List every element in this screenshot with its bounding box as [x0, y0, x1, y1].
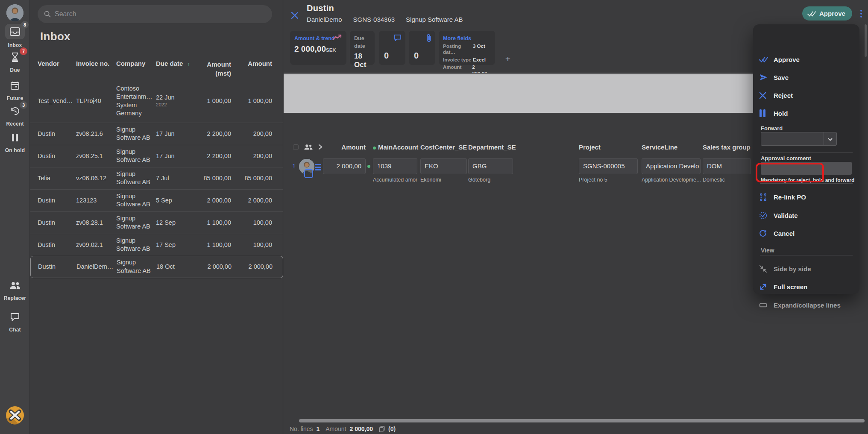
assignees-icon[interactable]: [304, 144, 313, 150]
row-amount: 200,00: [234, 130, 272, 138]
menu-item-label: Hold: [774, 110, 788, 117]
menu-item-full-screen[interactable]: Full screen: [759, 279, 853, 294]
invoice-row[interactable]: Teliavz06.06.12Signup Software AB7 Jul85…: [30, 167, 283, 189]
column-header-amount[interactable]: Amount: [234, 60, 272, 67]
invoice-subtitle: DanielDemoSGNS-034363Signup Software AB: [307, 16, 474, 23]
due-date-card[interactable]: Due date 18 Oct: [350, 31, 375, 65]
sidebar-item-due[interactable]: 7Due: [0, 50, 30, 73]
line-items-controls: [293, 144, 323, 150]
column-header-invoice-no[interactable]: Invoice no.: [76, 60, 115, 67]
invoice-row[interactable]: Dustinzv08.25.1Signup Software AB17 Jun2…: [30, 145, 283, 167]
copy-icon[interactable]: [379, 426, 385, 432]
row-vendor: Dustin: [38, 130, 75, 138]
approve-button[interactable]: Approve: [802, 6, 852, 21]
row-amount: 100,00: [234, 241, 272, 249]
select-all-checkbox[interactable]: [293, 144, 299, 150]
relink-icon: [759, 193, 768, 201]
sidebar-item-onhold[interactable]: On hold: [0, 131, 30, 153]
line-column-header[interactable]: MainAccount: [373, 144, 417, 151]
sidebar-item-label: Replacer: [0, 295, 30, 301]
invoice-vendor-title: Dustin: [307, 3, 334, 13]
sidebar-item-inbox[interactable]: 8Inbox: [0, 24, 30, 48]
line-field-sub: Göteborg: [468, 177, 513, 183]
invoice-row[interactable]: Test_Vend…TLProj40Contoso Entertainm… Sy…: [30, 79, 283, 123]
search-bar[interactable]: [38, 5, 272, 23]
sidebar-item-replacer[interactable]: Replacer: [0, 279, 30, 301]
menu-item-side-by-side[interactable]: Side by side: [759, 261, 853, 276]
row-vendor: Dustin: [38, 263, 76, 271]
menu-item-hold[interactable]: Hold: [759, 106, 853, 120]
sidebar-item-future[interactable]: Future: [0, 79, 30, 101]
app-logo-icon[interactable]: [6, 406, 24, 425]
menu-item-cancel[interactable]: Cancel: [759, 226, 853, 240]
line-field-amount[interactable]: 2 000,00: [323, 158, 366, 174]
line-checkbox[interactable]: [304, 169, 313, 178]
invoice-row[interactable]: DustinDanielDem…Signup Software AB18 Oct…: [30, 256, 283, 278]
sidebar-item-label: Chat: [0, 327, 30, 333]
invoice-row[interactable]: Dustinzv08.21.6Signup Software AB17 Jun2…: [30, 123, 283, 145]
menu-item-approve[interactable]: Approve: [759, 52, 853, 67]
close-invoice-icon[interactable]: [290, 11, 299, 20]
send-icon: [759, 73, 768, 81]
row-invoice-no: zv08.21.6: [76, 130, 115, 138]
menu-item-save[interactable]: Save: [759, 70, 853, 85]
line-field-service[interactable]: Application Develo: [642, 158, 701, 174]
fullscreen-icon: [759, 283, 768, 291]
row-amount-mst: 85 000,00: [184, 174, 231, 183]
row-amount-mst: 2 200,00: [184, 130, 231, 138]
more-actions-kebab-icon[interactable]: [858, 9, 865, 20]
menu-item-validate[interactable]: Validate: [759, 208, 853, 223]
line-field-cost[interactable]: EKO: [420, 158, 467, 174]
horizontal-scrollbar[interactable]: [299, 419, 865, 422]
line-field-tax[interactable]: DOM: [703, 158, 751, 174]
line-count: 1: [316, 425, 320, 432]
expand-lines-chevron-icon[interactable]: [318, 144, 323, 150]
forward-select[interactable]: [761, 132, 837, 146]
line-menu-icon[interactable]: [315, 163, 321, 172]
column-header-amount-mst[interactable]: Amount(mst): [184, 60, 231, 78]
invoice-row[interactable]: Dustinzv09.02.1Signup Software AB17 Sep1…: [30, 234, 283, 256]
user-avatar[interactable]: [6, 4, 23, 21]
line-column-header[interactable]: Sales tax group: [703, 144, 751, 151]
line-field-sub: Application Developme…: [642, 177, 701, 183]
row-vendor: Test_Vend…: [38, 97, 75, 106]
row-amount-mst: 2 200,00: [184, 152, 231, 161]
menu-item-re-link-po[interactable]: Re-link PO: [759, 190, 853, 204]
more-fields-card[interactable]: More fields Posting dat…3 OctInvoice typ…: [439, 31, 495, 65]
invoice-voucher: SGNS-034363: [353, 16, 395, 23]
add-card-icon[interactable]: +: [503, 55, 513, 64]
attachments-card[interactable]: 0: [409, 31, 435, 65]
invoice-row[interactable]: Dustinzv08.28.1Signup Software AB12 Sep1…: [30, 211, 283, 234]
sidebar-item-chat[interactable]: Chat: [0, 310, 30, 333]
amount-trend-card[interactable]: Amount & trend 2 000,00SEK: [290, 31, 346, 65]
search-icon: [44, 10, 51, 18]
line-column-header[interactable]: ServiceLine: [642, 144, 701, 151]
search-input[interactable]: [55, 10, 266, 18]
sidebar-item-recent[interactable]: 3Recent: [0, 104, 30, 127]
row-invoice-no: vz06.06.12: [76, 174, 115, 183]
invoice-row[interactable]: Dustin123123Signup Software AB5 Sep2 000…: [30, 189, 283, 211]
menu-item-label: Side by side: [774, 265, 811, 273]
menu-item-label: Reject: [774, 92, 793, 99]
line-column-header[interactable]: CostCenter_SE: [420, 144, 467, 151]
approval-comment-input[interactable]: [761, 162, 852, 175]
line-column-department-se: Department_SEGBGGöteborg: [468, 144, 513, 185]
sidebar-item-label: On hold: [0, 147, 30, 153]
comments-count: 0: [384, 51, 389, 61]
line-field-proj[interactable]: SGNS-000005: [579, 158, 638, 174]
approval-comment-helper: Mandatory for reject, hold and forward: [761, 177, 854, 183]
line-column-header[interactable]: Amount: [323, 144, 366, 151]
column-header-vendor[interactable]: Vendor: [38, 60, 75, 67]
line-column-costcenter-se: CostCenter_SEEKOEkonomi: [420, 144, 467, 185]
line-field-dept[interactable]: GBG: [468, 158, 513, 174]
line-field-main[interactable]: 1039: [373, 158, 417, 174]
column-header-company[interactable]: Company: [116, 60, 155, 67]
vertical-scrollbar[interactable]: [865, 24, 867, 57]
line-column-header[interactable]: Department_SE: [468, 144, 513, 151]
menu-item-reject[interactable]: Reject: [759, 88, 853, 103]
menu-item-expand-collapse-lines[interactable]: Expand/collapse lines: [759, 298, 853, 312]
row-amount: 1 000,00: [234, 97, 272, 106]
comments-card[interactable]: 0: [379, 31, 405, 65]
line-column-header[interactable]: Project: [579, 144, 638, 151]
expand-icon: [759, 302, 768, 308]
